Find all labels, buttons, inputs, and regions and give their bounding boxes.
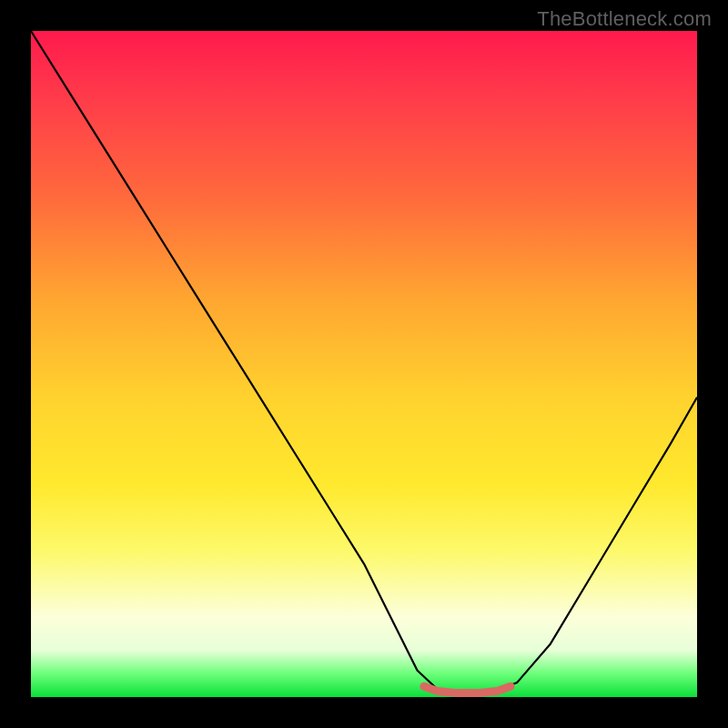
chart-svg (31, 31, 697, 697)
watermark-text: TheBottleneck.com (537, 7, 712, 31)
bottleneck-curve (31, 31, 697, 693)
optimal-band (424, 686, 511, 693)
plot-area (31, 31, 697, 697)
chart-frame: TheBottleneck.com (0, 0, 728, 728)
